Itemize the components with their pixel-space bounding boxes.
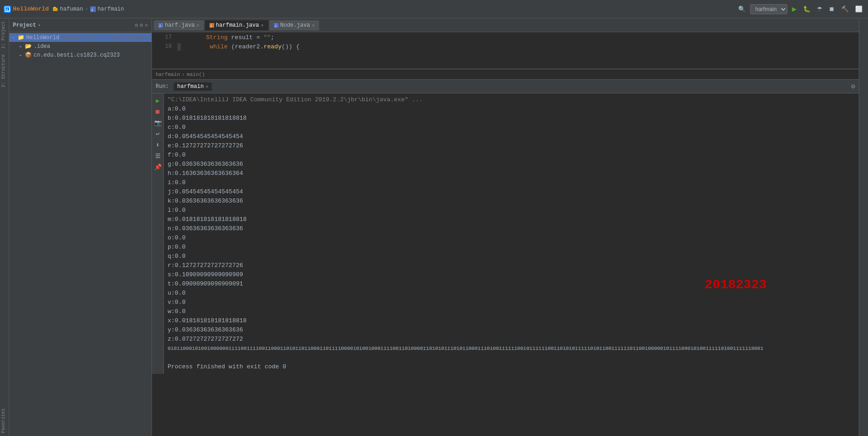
output-h: h:0.16363636363636364 — [168, 169, 855, 178]
line-code-17: String result = ""; — [177, 34, 274, 41]
run-config-dropdown[interactable]: harfmain — [750, 4, 787, 14]
run-scroll-end-btn[interactable]: ⬇ — [153, 140, 163, 150]
run-play-btn[interactable]: ▶ — [153, 96, 163, 105]
output-z: z:0.07272727272727272 — [168, 335, 855, 344]
coverage-btn[interactable]: ☂ — [815, 5, 824, 13]
output-j: j:0.05454545454545454 — [168, 187, 855, 197]
breadcrumb-file: harfmain — [156, 72, 180, 77]
collapse-all-btn[interactable]: ⊟ — [135, 22, 138, 28]
svg-text:IJ: IJ — [6, 8, 11, 12]
output-g: g:0.03636363636363636 — [168, 160, 855, 169]
tab-node-label: Node.java — [280, 22, 310, 29]
run-settings2-btn[interactable]: ☰ — [153, 151, 163, 161]
tab-node-java[interactable]: J Node.java ✕ — [269, 20, 320, 30]
project-panel-label[interactable]: 1: Project — [0, 18, 9, 52]
run-pin-btn[interactable]: 📌 — [153, 163, 163, 172]
output-m: m:0.018181818181818818 — [168, 215, 855, 224]
run-tab-harfmain[interactable]: harfmain ✕ — [174, 82, 212, 91]
package-icon: 📦 — [25, 52, 32, 58]
favorites-label[interactable]: Favorites — [0, 406, 9, 436]
build-btn[interactable]: 🔨 — [839, 5, 851, 13]
tree-package-name: cn.edu.besti.cs1823.cq2323 — [34, 52, 120, 58]
middle-section: 1: Project 2: Structure Favorites Projec… — [0, 18, 868, 436]
big-red-number: 20182323 — [705, 278, 767, 292]
output-v: v:0.0 — [168, 298, 855, 307]
output-r: r:0.12727272727272726 — [168, 261, 855, 270]
line-num-17: 17 — [156, 34, 172, 41]
run-btn[interactable]: ▶ — [790, 5, 798, 13]
run-output[interactable]: "C:\IDEA\IntelliJ IDEA Community Edition… — [164, 93, 859, 374]
line-code-18: while (reader2.ready()) { — [181, 43, 299, 50]
output-cmd-line: "C:\IDEA\IntelliJ IDEA Community Edition… — [168, 95, 855, 105]
run-rerun-btn[interactable]: ↩ — [153, 129, 163, 139]
breakpoint-area — [177, 43, 181, 51]
breadcrumb-hafuman: hafuman — [60, 6, 83, 12]
output-l: l:0.0 — [168, 206, 855, 215]
breadcrumb-method: main() — [186, 72, 205, 77]
output-p: p:0.0 — [168, 243, 855, 252]
output-y: y:0.03636363636363636 — [168, 326, 855, 335]
editor-breadcrumb-bar: harfmain › main() — [152, 69, 859, 79]
structure-panel-label[interactable]: 2: Structure — [0, 52, 9, 90]
run-settings-icon[interactable]: ⚙ — [851, 82, 855, 90]
output-k: k:0.03636363636363636 — [168, 197, 855, 206]
tree-idea-item[interactable]: ▸ 📂 .idea — [9, 42, 151, 51]
editor-content[interactable]: 17 String result = ""; 18 while (reader2… — [152, 32, 859, 69]
output-process: Process finished with exit code 0 — [168, 362, 855, 372]
run-tab-close[interactable]: ✕ — [205, 84, 208, 89]
close-project-panel-btn[interactable]: ✕ — [145, 22, 148, 28]
tree-package-item[interactable]: ▸ 📦 cn.edu.besti.cs1823.cq2323 — [9, 51, 151, 59]
tab-harfmain-close[interactable]: ✕ — [261, 23, 263, 28]
node-java-icon: J — [274, 23, 279, 28]
terminal-btn[interactable]: ⬜ — [853, 5, 864, 13]
tree-root-name: HelloWorld — [26, 35, 59, 41]
run-toolbar: Run: harfmain ✕ ⚙ — [152, 80, 859, 93]
stop-btn[interactable]: ⏹ — [827, 5, 837, 13]
svg-text:J: J — [274, 24, 276, 28]
run-stop-btn[interactable]: ⏹ — [153, 107, 163, 116]
left-strip: 1: Project 2: Structure Favorites — [0, 18, 9, 436]
run-panel: Run: harfmain ✕ ⚙ ▶ ⏹ 📷 ↩ ⬇ ☰ — [152, 79, 859, 374]
breadcrumb-sep1: › — [85, 6, 88, 12]
project-header-actions: ⊟ ⚙ ✕ — [135, 22, 148, 28]
search-everywhere-btn[interactable]: 🔍 — [736, 5, 747, 13]
svg-text:J: J — [91, 8, 93, 12]
run-snapshot-btn[interactable]: 📷 — [153, 118, 163, 128]
top-right-controls: 🔍 harfmain ▶ 🐛 ☂ ⏹ 🔨 ⬜ — [736, 4, 864, 14]
run-left-icons: ▶ ⏹ 📷 ↩ ⬇ ☰ 📌 — [152, 93, 164, 374]
tab-harf-close[interactable]: ✕ — [197, 23, 199, 28]
top-bar: IJ HelloWorld hafuman › J harfmain 🔍 har… — [0, 0, 868, 18]
output-x: x:0.018181818181818818 — [168, 316, 855, 326]
tab-harfmain-label: harfmain.java — [216, 22, 259, 29]
project-folder-icon: 📁 — [17, 34, 24, 41]
tree-arrow-root: ▾ — [12, 35, 17, 41]
java-file-icon2: J — [90, 6, 96, 12]
debug-btn[interactable]: 🐛 — [801, 5, 812, 13]
right-strip — [859, 18, 868, 436]
tab-node-close[interactable]: ✕ — [312, 23, 315, 28]
output-n: n:0.03636363636363636 — [168, 224, 855, 233]
editor-line-18: 18 while (reader2.ready()) { — [152, 43, 859, 52]
output-o: o:0.0 — [168, 233, 855, 243]
run-content: ▶ ⏹ 📷 ↩ ⬇ ☰ 📌 "C:\IDEA\IntelliJ IDEA Com… — [152, 93, 859, 374]
svg-text:J: J — [159, 24, 161, 28]
tab-harfmain-java[interactable]: J harfmain.java ✕ — [205, 20, 268, 30]
project-settings-btn[interactable]: ⚙ — [140, 22, 143, 28]
project-panel: Project ▾ ⊟ ⚙ ✕ ▾ 📁 HelloWorld sources r… — [9, 18, 152, 436]
line-num-18: 18 — [156, 43, 172, 50]
app-logo: IJ HelloWorld — [4, 6, 49, 13]
svg-text:J: J — [210, 24, 212, 28]
run-tab-label: harfmain — [177, 83, 204, 90]
intellij-icon: IJ — [4, 6, 11, 13]
tree-arrow-package: ▸ — [19, 52, 25, 58]
harfmain-java-icon: J — [210, 23, 214, 28]
output-e: e:0.12727272727272726 — [168, 141, 855, 151]
project-dropdown-arrow[interactable]: ▾ — [38, 23, 41, 28]
tree-root-hint: sources root, C:\Users\82021\IdeaProject… — [62, 35, 151, 41]
output-binary: 0101100010100100000011110011110011000110… — [168, 344, 855, 353]
tree-root-item[interactable]: ▾ 📁 HelloWorld sources root, C:\Users\82… — [9, 33, 151, 42]
output-i: i:0.0 — [168, 178, 855, 187]
tab-harf-java[interactable]: J harf.java ✕ — [154, 20, 204, 30]
project-panel-title: Project — [13, 22, 36, 29]
output-b: b:0.018181818181818818 — [168, 114, 855, 123]
